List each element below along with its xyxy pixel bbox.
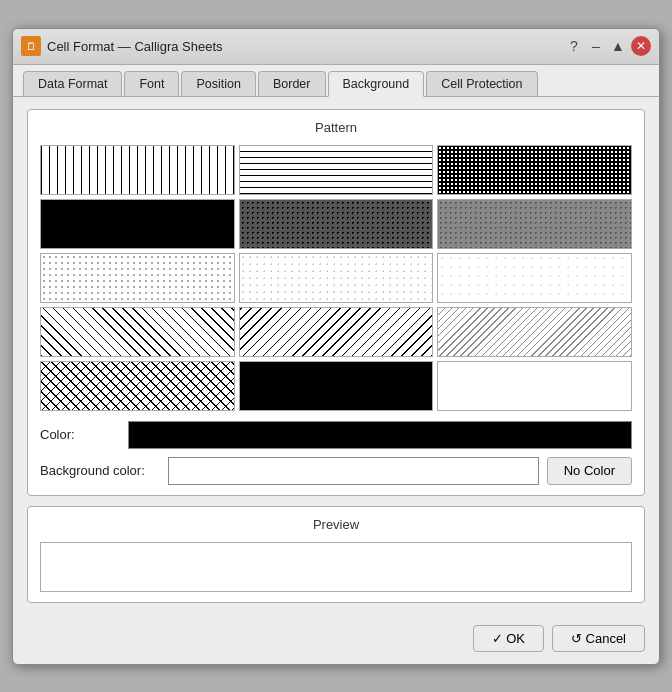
tab-data-format[interactable]: Data Format <box>23 71 122 96</box>
preview-title: Preview <box>40 517 632 532</box>
preview-panel: Preview <box>27 506 645 603</box>
window-title: Cell Format — Calligra Sheets <box>47 39 223 54</box>
color-swatch[interactable] <box>128 421 632 449</box>
titlebar-controls: ? – ▲ ✕ <box>565 36 651 56</box>
pattern-dark-dots[interactable] <box>239 199 434 249</box>
bgcolor-label: Background color: <box>40 463 160 478</box>
pattern-diag-left[interactable] <box>239 307 434 357</box>
nocolor-button[interactable]: No Color <box>547 457 632 485</box>
preview-box <box>40 542 632 592</box>
pattern-lighter-dots[interactable] <box>239 253 434 303</box>
tab-position[interactable]: Position <box>181 71 255 96</box>
close-button[interactable]: ✕ <box>631 36 651 56</box>
tab-background[interactable]: Background <box>328 71 425 97</box>
color-label: Color: <box>40 427 120 442</box>
pattern-title: Pattern <box>40 120 632 135</box>
pattern-panel: Pattern <box>27 109 645 496</box>
color-row: Color: <box>40 421 632 449</box>
titlebar-left: 🗒 Cell Format — Calligra Sheets <box>21 36 223 56</box>
pattern-diag-wide[interactable] <box>437 307 632 357</box>
dialog-window: 🗒 Cell Format — Calligra Sheets ? – ▲ ✕ … <box>12 28 660 665</box>
ok-button[interactable]: ✓ OK <box>473 625 544 652</box>
tab-font[interactable]: Font <box>124 71 179 96</box>
pattern-sparse-dots[interactable] <box>437 253 632 303</box>
pattern-white[interactable] <box>437 361 632 411</box>
tab-border[interactable]: Border <box>258 71 326 96</box>
pattern-med-gray[interactable] <box>437 199 632 249</box>
minimize-button[interactable]: – <box>587 37 605 55</box>
pattern-vlines[interactable] <box>40 145 235 195</box>
pattern-hlines[interactable] <box>239 145 434 195</box>
tab-content: Pattern <box>13 97 659 615</box>
bgcolor-input[interactable] <box>168 457 539 485</box>
cancel-button[interactable]: ↺ Cancel <box>552 625 645 652</box>
pattern-grid <box>40 145 632 411</box>
pattern-diag-right[interactable] <box>40 307 235 357</box>
bgcolor-row: Background color: No Color <box>40 457 632 485</box>
pattern-solid-black-2[interactable] <box>40 199 235 249</box>
tab-bar: Data Format Font Position Border Backgro… <box>13 65 659 97</box>
titlebar: 🗒 Cell Format — Calligra Sheets ? – ▲ ✕ <box>13 29 659 65</box>
pattern-solid-black[interactable] <box>239 361 434 411</box>
help-button[interactable]: ? <box>565 37 583 55</box>
app-icon: 🗒 <box>21 36 41 56</box>
pattern-crosshatch[interactable] <box>40 361 235 411</box>
tab-cell-protection[interactable]: Cell Protection <box>426 71 537 96</box>
maximize-button[interactable]: ▲ <box>609 37 627 55</box>
pattern-light-dots[interactable] <box>40 253 235 303</box>
footer: ✓ OK ↺ Cancel <box>13 615 659 664</box>
pattern-dense-dots[interactable] <box>437 145 632 195</box>
